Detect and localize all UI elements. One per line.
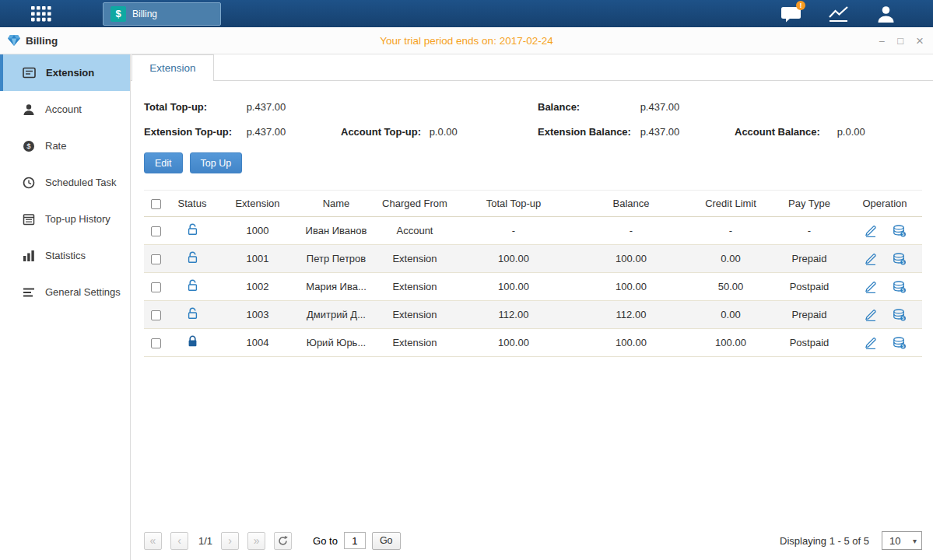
top-up-row-button[interactable]: $	[893, 253, 906, 265]
row-checkbox[interactable]	[151, 226, 161, 236]
account-balance-field: Account Balance: p.0.00	[735, 126, 933, 138]
cell-balance: 100.00	[572, 329, 690, 357]
svg-text:$: $	[902, 344, 904, 348]
sidebar-item-scheduled-task[interactable]: Scheduled Task	[0, 164, 130, 201]
sidebar-item-rate[interactable]: $ Rate	[0, 128, 130, 164]
goto-label: Go to	[313, 535, 338, 547]
refresh-icon	[278, 536, 288, 546]
top-up-row-button[interactable]: $	[893, 225, 906, 237]
maximize-icon[interactable]: □	[897, 36, 903, 46]
cell-credit-limit: -	[690, 217, 771, 245]
edit-button[interactable]: Edit	[144, 152, 183, 173]
balance-value: p.437.00	[640, 101, 680, 113]
goto-page-input[interactable]	[344, 532, 366, 549]
go-button[interactable]: Go	[372, 532, 401, 550]
page-size-select[interactable]: 10 ▾	[882, 531, 922, 550]
settings-lines-icon	[23, 286, 35, 299]
cell-name: Дмитрий Д...	[298, 301, 374, 329]
cell-status	[167, 329, 217, 357]
last-page-button[interactable]: »	[247, 532, 265, 550]
cell-name: Мария Ива...	[298, 273, 374, 301]
account-topup-label: Account Top-up:	[341, 126, 426, 138]
total-topup-field: Total Top-up: p.437.00	[144, 101, 341, 113]
sidebar-item-general-settings[interactable]: General Settings	[0, 274, 130, 310]
header-total-topup: Total Top-up	[455, 191, 572, 217]
next-page-button[interactable]: ›	[221, 532, 239, 550]
header-operation: Operation	[847, 191, 922, 217]
cell-status	[167, 217, 217, 245]
extension-balance-field: Extension Balance: p.437.00	[538, 126, 735, 138]
header-balance: Balance	[572, 191, 690, 217]
cell-extension: 1003	[217, 301, 298, 329]
edit-row-button[interactable]	[865, 337, 877, 349]
header-extension: Extension	[217, 191, 298, 217]
pencil-icon	[865, 309, 877, 321]
cell-extension: 1001	[217, 245, 298, 273]
table-header-row: Status Extension Name Charged From Total…	[144, 191, 922, 217]
cell-pay-type: Postpaid	[771, 273, 847, 301]
header-credit-limit: Credit Limit	[690, 191, 771, 217]
coins-icon: $	[893, 281, 906, 293]
billing-dollar-icon: $	[110, 6, 126, 22]
user-icon	[876, 5, 896, 23]
cell-charged-from: Extension	[374, 329, 455, 357]
close-icon[interactable]: ×	[916, 34, 924, 47]
account-menu-button[interactable]	[874, 4, 897, 24]
row-checkbox[interactable]	[151, 254, 161, 264]
sidebar-item-statistics[interactable]: Statistics	[0, 237, 130, 274]
header-name: Name	[298, 191, 374, 217]
apps-grid-icon	[31, 6, 51, 22]
cell-balance: 112.00	[572, 301, 690, 329]
total-topup-value: p.437.00	[247, 101, 286, 113]
account-topup-field: Account Top-up: p.0.00	[341, 126, 538, 138]
page-indicator: 1/1	[198, 535, 212, 547]
edit-row-button[interactable]	[865, 309, 877, 321]
cell-charged-from: Account	[374, 217, 455, 245]
top-up-row-button[interactable]: $	[893, 337, 906, 349]
billing-app-tab[interactable]: $ Billing	[103, 2, 221, 26]
rate-coin-icon: $	[23, 140, 35, 152]
tab-extension[interactable]: Extension	[132, 54, 214, 81]
sidebar-item-topup-history[interactable]: Top-up History	[0, 201, 130, 237]
window-title-text: Billing	[26, 35, 58, 47]
cell-extension: 1000	[217, 217, 298, 245]
top-up-row-button[interactable]: $	[893, 309, 906, 321]
cell-total-topup: 112.00	[455, 301, 572, 329]
unlock-icon	[187, 251, 198, 264]
refresh-button[interactable]	[274, 532, 292, 550]
sidebar-item-label: Statistics	[45, 250, 86, 261]
prev-page-button[interactable]: ‹	[170, 532, 188, 550]
window-controls: − □ ×	[879, 27, 924, 54]
row-checkbox[interactable]	[151, 282, 161, 292]
account-balance-value: p.0.00	[837, 126, 865, 138]
pencil-icon	[865, 281, 877, 293]
edit-row-button[interactable]	[865, 253, 877, 265]
unlock-icon	[187, 279, 198, 292]
apps-grid-button[interactable]	[0, 0, 67, 27]
top-up-row-button[interactable]: $	[893, 281, 906, 293]
messages-button[interactable]: !	[779, 4, 802, 24]
top-up-button[interactable]: Top Up	[190, 152, 243, 173]
billing-app-tab-label: Billing	[132, 9, 157, 19]
header-status: Status	[167, 191, 217, 217]
coins-icon: $	[893, 337, 906, 349]
cell-credit-limit: 100.00	[690, 329, 771, 357]
row-checkbox[interactable]	[151, 338, 161, 348]
minimize-icon[interactable]: −	[879, 36, 885, 47]
edit-row-button[interactable]	[865, 281, 877, 293]
billing-summary: Total Top-up: p.437.00 Balance: p.437.00…	[131, 81, 933, 138]
edit-row-button[interactable]	[865, 225, 877, 237]
select-all-checkbox[interactable]	[151, 199, 161, 209]
row-checkbox[interactable]	[151, 310, 161, 320]
content-area: Extension Account $ Rate Scheduled Task	[0, 54, 933, 560]
cell-total-topup: 100.00	[455, 329, 572, 357]
reports-button[interactable]	[826, 4, 850, 24]
svg-text:$: $	[902, 260, 904, 264]
sidebar-item-account[interactable]: Account	[0, 91, 130, 128]
sidebar-item-extension[interactable]: Extension	[0, 54, 130, 91]
svg-text:$: $	[902, 232, 904, 236]
extension-topup-field: Extension Top-up: p.437.00	[144, 126, 341, 138]
extension-icon	[23, 66, 36, 79]
billing-gem-icon	[8, 35, 20, 46]
first-page-button[interactable]: «	[144, 532, 162, 550]
